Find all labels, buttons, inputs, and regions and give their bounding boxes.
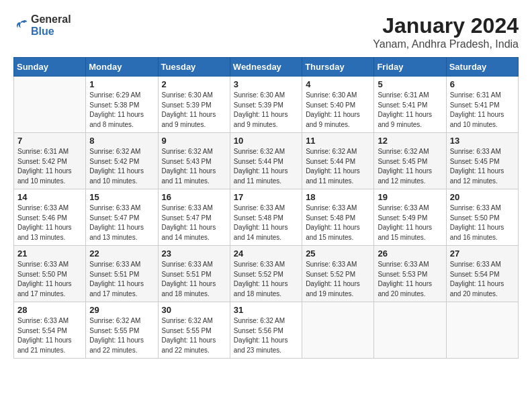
calendar-cell: 14Sunrise: 6:33 AMSunset: 5:46 PMDayligh… [14,189,86,246]
day-number: 4 [306,79,370,89]
calendar-cell: 18Sunrise: 6:33 AMSunset: 5:48 PMDayligh… [302,189,374,246]
calendar-cell [374,302,446,359]
day-info: Sunrise: 6:31 AMSunset: 5:42 PMDaylight:… [17,147,82,186]
day-info: Sunrise: 6:31 AMSunset: 5:41 PMDaylight:… [450,91,515,130]
calendar-cell: 13Sunrise: 6:33 AMSunset: 5:45 PMDayligh… [446,133,518,189]
calendar-table: SundayMondayTuesdayWednesdayThursdayFrid… [13,57,519,359]
calendar-header-thursday: Thursday [302,58,374,77]
day-number: 19 [378,192,442,202]
day-info: Sunrise: 6:33 AMSunset: 5:54 PMDaylight:… [17,316,82,355]
calendar-cell: 19Sunrise: 6:33 AMSunset: 5:49 PMDayligh… [374,189,446,246]
day-number: 3 [234,79,298,89]
calendar-header-monday: Monday [86,58,158,77]
day-info: Sunrise: 6:32 AMSunset: 5:45 PMDaylight:… [378,147,442,186]
day-info: Sunrise: 6:33 AMSunset: 5:48 PMDaylight:… [234,203,298,242]
day-info: Sunrise: 6:32 AMSunset: 5:55 PMDaylight:… [162,316,226,355]
calendar-cell: 20Sunrise: 6:33 AMSunset: 5:50 PMDayligh… [446,189,518,246]
day-info: Sunrise: 6:33 AMSunset: 5:52 PMDaylight:… [234,260,298,299]
calendar-cell: 12Sunrise: 6:32 AMSunset: 5:45 PMDayligh… [374,133,446,189]
day-info: Sunrise: 6:33 AMSunset: 5:51 PMDaylight:… [89,260,154,299]
calendar-header-saturday: Saturday [446,58,518,77]
day-number: 5 [378,79,442,89]
day-number: 8 [89,136,154,146]
day-info: Sunrise: 6:30 AMSunset: 5:39 PMDaylight:… [234,91,298,130]
calendar-header-friday: Friday [374,58,446,77]
calendar-week-row: 28Sunrise: 6:33 AMSunset: 5:54 PMDayligh… [14,302,519,359]
day-info: Sunrise: 6:33 AMSunset: 5:52 PMDaylight:… [306,260,370,299]
logo: General Blue [13,13,71,38]
calendar-cell: 27Sunrise: 6:33 AMSunset: 5:54 PMDayligh… [446,246,518,302]
calendar-cell: 17Sunrise: 6:33 AMSunset: 5:48 PMDayligh… [230,189,302,246]
day-number: 10 [234,136,298,146]
day-number: 1 [89,79,154,89]
day-number: 31 [234,305,298,315]
calendar-header-sunday: Sunday [14,58,86,77]
calendar-cell: 3Sunrise: 6:30 AMSunset: 5:39 PMDaylight… [230,77,302,133]
day-number: 2 [162,79,226,89]
calendar-header-wednesday: Wednesday [230,58,302,77]
day-number: 20 [450,192,515,202]
day-number: 29 [89,305,154,315]
calendar-cell: 31Sunrise: 6:32 AMSunset: 5:56 PMDayligh… [230,302,302,359]
calendar-cell [446,302,518,359]
day-number: 30 [162,305,226,315]
day-number: 14 [17,192,82,202]
calendar-cell: 15Sunrise: 6:33 AMSunset: 5:47 PMDayligh… [86,189,158,246]
calendar-week-row: 7Sunrise: 6:31 AMSunset: 5:42 PMDaylight… [14,133,519,189]
calendar-cell [302,302,374,359]
calendar-cell: 4Sunrise: 6:30 AMSunset: 5:40 PMDaylight… [302,77,374,133]
day-info: Sunrise: 6:32 AMSunset: 5:43 PMDaylight:… [162,147,226,186]
day-info: Sunrise: 6:33 AMSunset: 5:47 PMDaylight:… [162,203,226,242]
day-info: Sunrise: 6:33 AMSunset: 5:45 PMDaylight:… [450,147,515,186]
day-info: Sunrise: 6:29 AMSunset: 5:38 PMDaylight:… [89,91,154,130]
calendar-cell: 6Sunrise: 6:31 AMSunset: 5:41 PMDaylight… [446,77,518,133]
calendar-cell: 8Sunrise: 6:32 AMSunset: 5:42 PMDaylight… [86,133,158,189]
calendar-cell: 22Sunrise: 6:33 AMSunset: 5:51 PMDayligh… [86,246,158,302]
calendar-cell: 21Sunrise: 6:33 AMSunset: 5:50 PMDayligh… [14,246,86,302]
day-info: Sunrise: 6:33 AMSunset: 5:46 PMDaylight:… [17,203,82,242]
calendar-cell: 24Sunrise: 6:33 AMSunset: 5:52 PMDayligh… [230,246,302,302]
day-number: 21 [17,248,82,259]
calendar-cell: 16Sunrise: 6:33 AMSunset: 5:47 PMDayligh… [158,189,230,246]
day-info: Sunrise: 6:32 AMSunset: 5:44 PMDaylight:… [234,147,298,186]
calendar-header-tuesday: Tuesday [158,58,230,77]
day-number: 16 [162,192,226,202]
calendar-body: 1Sunrise: 6:29 AMSunset: 5:38 PMDaylight… [14,77,519,359]
calendar-cell: 10Sunrise: 6:32 AMSunset: 5:44 PMDayligh… [230,133,302,189]
day-info: Sunrise: 6:33 AMSunset: 5:51 PMDaylight:… [162,260,226,299]
day-number: 7 [17,136,82,146]
day-info: Sunrise: 6:33 AMSunset: 5:54 PMDaylight:… [450,260,515,299]
month-title: January 2024 [373,13,519,38]
day-number: 27 [450,248,515,259]
day-info: Sunrise: 6:33 AMSunset: 5:50 PMDaylight:… [17,260,82,299]
page-header: General Blue January 2024 Yanam, Andhra … [13,13,519,50]
calendar-cell: 26Sunrise: 6:33 AMSunset: 5:53 PMDayligh… [374,246,446,302]
calendar-cell: 23Sunrise: 6:33 AMSunset: 5:51 PMDayligh… [158,246,230,302]
day-number: 15 [89,192,154,202]
day-info: Sunrise: 6:33 AMSunset: 5:50 PMDaylight:… [450,203,515,242]
day-number: 12 [378,136,442,146]
calendar-cell: 7Sunrise: 6:31 AMSunset: 5:42 PMDaylight… [14,133,86,189]
calendar-cell: 1Sunrise: 6:29 AMSunset: 5:38 PMDaylight… [86,77,158,133]
logo-blue: Blue [31,26,71,38]
logo-text: General Blue [31,13,71,38]
day-number: 28 [17,305,82,315]
calendar-cell: 5Sunrise: 6:31 AMSunset: 5:41 PMDaylight… [374,77,446,133]
calendar-header-row: SundayMondayTuesdayWednesdayThursdayFrid… [14,58,519,77]
calendar-cell: 30Sunrise: 6:32 AMSunset: 5:55 PMDayligh… [158,302,230,359]
day-info: Sunrise: 6:32 AMSunset: 5:55 PMDaylight:… [89,316,154,355]
calendar-week-row: 14Sunrise: 6:33 AMSunset: 5:46 PMDayligh… [14,189,519,246]
day-number: 26 [378,248,442,259]
calendar-cell [14,77,86,133]
location-title: Yanam, Andhra Pradesh, India [373,38,519,50]
day-info: Sunrise: 6:32 AMSunset: 5:42 PMDaylight:… [89,147,154,186]
calendar-week-row: 21Sunrise: 6:33 AMSunset: 5:50 PMDayligh… [14,246,519,302]
calendar-cell: 25Sunrise: 6:33 AMSunset: 5:52 PMDayligh… [302,246,374,302]
logo-bird-icon [13,18,28,33]
calendar-cell: 28Sunrise: 6:33 AMSunset: 5:54 PMDayligh… [14,302,86,359]
day-number: 23 [162,248,226,259]
day-info: Sunrise: 6:31 AMSunset: 5:41 PMDaylight:… [378,91,442,130]
day-info: Sunrise: 6:30 AMSunset: 5:39 PMDaylight:… [162,91,226,130]
day-number: 24 [234,248,298,259]
day-number: 13 [450,136,515,146]
